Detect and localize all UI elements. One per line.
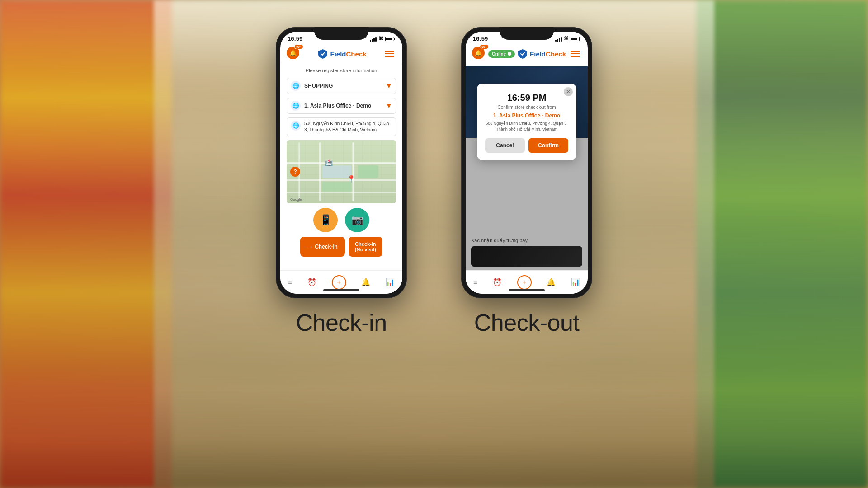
notification-bell-checkout[interactable]: 🔔 99+: [472, 47, 486, 61]
fieldcheck-logo-text-checkin: FieldCheck: [330, 50, 366, 58]
modal-subtitle: Confirm store check-out from: [485, 105, 568, 110]
nav-bell-icon-checkout[interactable]: 🔔: [547, 278, 556, 286]
shopping-dropdown[interactable]: 🌐 SHOPPING ▼: [287, 78, 396, 94]
nav-plus-icon-checkin[interactable]: +: [332, 275, 346, 290]
nav-list-icon-checkin[interactable]: ≡: [288, 278, 292, 286]
co-signal-bar-3: [559, 38, 560, 42]
checkin-phone-label: Check-in: [296, 309, 387, 336]
battery-icon-checkin: [385, 37, 395, 41]
co-signal-bar-4: [561, 37, 562, 42]
notification-bell-checkin[interactable]: 🔔 99+: [287, 47, 301, 61]
modal-close-button[interactable]: ✕: [564, 87, 573, 96]
checkin-form-content: Please register store information 🌐 SHOP…: [280, 64, 402, 260]
hamburger-line-2: [385, 53, 394, 54]
camera-icon-circle[interactable]: 📷: [345, 208, 369, 232]
address-text-checkin: 506 Nguyễn Đình Chiếu, Phường 4, Quận 3,…: [304, 121, 392, 133]
wifi-icon-checkin: ⌘: [378, 36, 383, 42]
fieldcheck-logo-checkout: FieldCheck: [518, 49, 566, 59]
globe-icon-shopping: 🌐: [291, 81, 301, 91]
modal-overlay: ✕ 16:59 PM Confirm store check-out from …: [466, 66, 588, 270]
online-badge: Online: [488, 50, 515, 58]
checkout-phone: 16:59 ⌘: [461, 27, 592, 298]
phone-notch-checkout: [500, 27, 554, 40]
home-indicator-checkin: [323, 289, 359, 291]
signal-bar-2: [372, 39, 373, 42]
checkin-label: Check-in: [315, 244, 338, 250]
phone-notch-checkin: [314, 27, 368, 40]
hamburger-line-3: [385, 56, 394, 57]
logo-field-co: Field: [530, 50, 546, 58]
logo-check: Check: [346, 50, 366, 58]
signal-bar-4: [375, 37, 377, 42]
nav-bell-icon-checkin[interactable]: 🔔: [361, 278, 370, 286]
nav-list-icon-checkout[interactable]: ≡: [473, 278, 477, 286]
checkin-icon: →: [307, 244, 313, 250]
checkin-screen: 16:59 ⌘: [280, 32, 402, 294]
status-time-checkin: 16:59: [288, 35, 302, 42]
modal-address: 506 Nguyễn Đình Chiếu, Phường 4, Quận 3,…: [485, 121, 568, 132]
signal-bars-checkout: [555, 36, 562, 42]
checkin-no-visit-label: Check-in(No visit): [355, 241, 376, 252]
nav-chart-icon-checkin[interactable]: 📊: [386, 278, 395, 286]
modal-buttons: Cancel Confirm: [485, 138, 568, 153]
confirm-button[interactable]: Confirm: [528, 138, 568, 153]
co-signal-bar-1: [555, 40, 557, 42]
store-dropdown[interactable]: 🌐 1. Asia Plus Office - Demo ▼: [287, 98, 396, 114]
signal-bars-checkin: [370, 36, 377, 42]
nav-chart-icon-checkout[interactable]: 📊: [571, 278, 580, 286]
online-dot: [508, 52, 511, 56]
checkin-no-visit-button[interactable]: Check-in(No visit): [349, 237, 382, 257]
selfie-icon: 📱: [320, 214, 332, 226]
status-time-checkout: 16:59: [473, 35, 488, 42]
co-hamburger-line-2: [571, 53, 580, 54]
dropdown-arrow-store: ▼: [386, 102, 392, 109]
svg-rect-6: [358, 165, 378, 178]
battery-icon-checkout: [571, 37, 580, 41]
notification-badge-checkout: 99+: [480, 44, 489, 49]
signal-bar-1: [370, 40, 371, 42]
shopping-value: SHOPPING: [304, 83, 382, 89]
fieldcheck-shield-icon-checkout: [518, 49, 528, 59]
nav-clock-icon-checkout[interactable]: ⏰: [493, 278, 502, 286]
wifi-icon-checkout: ⌘: [564, 36, 569, 42]
modal-time: 16:59 PM: [485, 93, 568, 103]
checkout-phone-label: Check-out: [474, 309, 580, 336]
map-area-checkin: ? 🏥 📍 Google: [287, 140, 396, 203]
map-pin-main: 📍: [347, 175, 356, 183]
camera-icon: 📷: [351, 214, 363, 226]
checkin-section: 16:59 ⌘: [276, 27, 407, 336]
google-maps-label: Google: [290, 197, 302, 202]
hamburger-line-1: [385, 51, 394, 52]
signal-bar-3: [373, 38, 375, 42]
checkout-screen: 16:59 ⌘: [466, 32, 588, 294]
co-hamburger-line-3: [571, 56, 580, 57]
map-marker-h1: 🏥: [325, 159, 333, 166]
fieldcheck-logo-checkin: FieldCheck: [318, 49, 366, 59]
selfie-icon-circle[interactable]: 📱: [313, 208, 338, 232]
main-content: 16:59 ⌘: [0, 0, 868, 488]
co-hamburger-line-1: [571, 51, 580, 52]
nav-plus-icon-checkout[interactable]: +: [517, 275, 532, 290]
cancel-button[interactable]: Cancel: [485, 138, 525, 153]
logo-check-co: Check: [546, 50, 566, 58]
home-indicator-checkout: [509, 289, 545, 291]
globe-icon-address: 🌐: [291, 121, 301, 131]
fieldcheck-shield-icon: [318, 49, 328, 59]
status-icons-checkin: ⌘: [370, 36, 395, 42]
logo-field: Field: [330, 50, 346, 58]
map-question-icon: ?: [290, 167, 300, 177]
address-box-checkin: 🌐 506 Nguyễn Đình Chiếu, Phường 4, Quận …: [287, 117, 396, 136]
store-value: 1. Asia Plus Office - Demo: [304, 103, 382, 109]
hamburger-menu-checkout[interactable]: [569, 49, 581, 59]
hamburger-menu-checkin[interactable]: [383, 49, 396, 59]
dropdown-arrow-shopping: ▼: [386, 82, 392, 89]
checkout-section: 16:59 ⌘: [461, 27, 592, 336]
fieldcheck-logo-text-checkout: FieldCheck: [530, 50, 566, 58]
globe-icon-store: 🌐: [291, 101, 301, 111]
notification-badge-checkin: 99+: [294, 44, 303, 49]
checkin-button[interactable]: → Check-in: [300, 237, 345, 257]
checkout-confirm-modal: ✕ 16:59 PM Confirm store check-out from …: [477, 84, 576, 160]
app-header-checkin: 🔔 99+ FieldCheck: [280, 44, 402, 64]
nav-clock-icon-checkin[interactable]: ⏰: [307, 278, 316, 286]
checkin-phone: 16:59 ⌘: [276, 27, 407, 298]
